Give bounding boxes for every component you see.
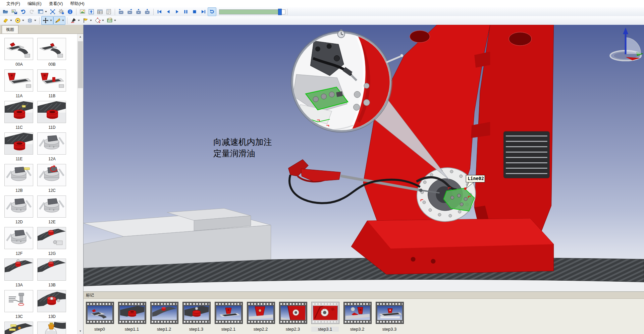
visibility-eye-button[interactable] xyxy=(13,16,25,25)
menu-item-3[interactable]: 查看(V) xyxy=(45,0,67,7)
view-item-11A[interactable]: 11A xyxy=(4,69,34,98)
view-thumbnail[interactable] xyxy=(37,322,66,334)
step-item-step3.1[interactable]: step3.1 xyxy=(311,302,343,332)
view-item-13A[interactable]: 13A xyxy=(4,259,34,287)
step-item-step3.2[interactable]: step3.2 xyxy=(343,302,376,332)
pause-button[interactable] xyxy=(181,7,190,16)
view-thumbnail[interactable] xyxy=(4,101,33,123)
step-item-step0[interactable]: step0 xyxy=(86,302,118,332)
slider-thumb[interactable] xyxy=(278,9,282,15)
flag-callout-button[interactable] xyxy=(81,16,93,25)
polyline-markup-button[interactable] xyxy=(93,16,105,25)
view-item-11E[interactable]: 11E xyxy=(4,132,34,161)
film-frame[interactable] xyxy=(279,302,307,324)
film-frame[interactable] xyxy=(215,302,243,324)
scene-image-button[interactable] xyxy=(78,7,87,16)
step-item-step2.2[interactable]: step2.2 xyxy=(247,302,279,332)
scrollbar-thumb[interactable] xyxy=(78,41,83,88)
view-thumbnail[interactable] xyxy=(4,227,33,249)
film-frame[interactable] xyxy=(86,302,114,324)
view-item-12E[interactable]: 12E xyxy=(37,196,67,224)
film-frame[interactable] xyxy=(247,302,275,324)
scene-canvas[interactable]: 向减速机内加注 定量润滑油 Line02 xyxy=(84,25,644,291)
bom-table-button[interactable] xyxy=(96,7,104,16)
step-item-step1.2[interactable]: step1.2 xyxy=(150,302,182,332)
step-item-step3.3[interactable]: step3.3 xyxy=(376,302,408,332)
view-thumbnail[interactable] xyxy=(37,227,66,249)
view-thumbnail[interactable] xyxy=(37,164,66,186)
export-image-button[interactable] xyxy=(10,7,19,16)
structure-list-button[interactable] xyxy=(104,7,113,16)
film-frame[interactable] xyxy=(343,302,372,324)
view-item-12F[interactable]: 12F xyxy=(4,227,34,256)
view-item-11C[interactable]: 11C xyxy=(4,101,34,130)
step-item-step1.3[interactable]: step1.3 xyxy=(182,302,215,332)
last-frame-button[interactable] xyxy=(199,7,208,16)
solid-display-button[interactable] xyxy=(1,16,13,25)
film-frame[interactable] xyxy=(182,302,211,324)
view-item-13B[interactable]: 13B xyxy=(37,259,67,287)
play-button[interactable] xyxy=(173,7,181,16)
sidebar-scrollbar[interactable]: ▲ ▼ xyxy=(77,34,83,334)
view-item-12G[interactable]: 12G xyxy=(37,227,67,256)
view-thumbnail[interactable] xyxy=(4,196,33,218)
dropdown-caret-icon[interactable] xyxy=(78,20,80,21)
camera-stop-button[interactable] xyxy=(134,7,143,16)
film-frame[interactable] xyxy=(311,302,339,324)
view-item-12A[interactable]: 12A xyxy=(37,132,67,161)
tab-views[interactable]: 视图 xyxy=(2,25,18,34)
view-item-12D[interactable]: 12D xyxy=(4,196,34,224)
view-thumbnail[interactable] xyxy=(4,164,33,186)
view-thumbnail[interactable] xyxy=(4,322,33,334)
move-tool-button[interactable] xyxy=(41,16,53,25)
camera-next-button[interactable] xyxy=(125,7,134,16)
view-item-12C[interactable]: 12C xyxy=(37,164,67,193)
view-item-00B[interactable]: 00B xyxy=(37,38,67,67)
view-thumbnail[interactable] xyxy=(4,38,33,60)
first-frame-button[interactable] xyxy=(155,7,164,16)
settings-gear-button[interactable] xyxy=(57,7,66,16)
dropdown-caret-icon[interactable] xyxy=(62,20,64,21)
menu-item-2[interactable]: 编辑(E) xyxy=(24,0,45,7)
about-info-button[interactable] xyxy=(66,7,74,16)
view-thumbnail[interactable] xyxy=(4,132,33,155)
view-item-00A[interactable]: 00A xyxy=(4,38,34,67)
prev-frame-button[interactable] xyxy=(164,7,173,16)
view-thumbnail[interactable] xyxy=(4,259,33,281)
dropdown-caret-icon[interactable] xyxy=(34,20,36,21)
redo-button[interactable] xyxy=(28,7,36,16)
viewport-3d[interactable]: 向减速机内加注 定量润滑油 Line02 xyxy=(84,25,644,291)
view-thumbnail[interactable] xyxy=(37,259,66,281)
camera-up-button[interactable] xyxy=(143,7,152,16)
view-thumbnail[interactable] xyxy=(4,69,33,92)
view-item-partial-18[interactable] xyxy=(4,322,34,334)
home-view-button[interactable] xyxy=(87,7,96,16)
window-layout-button[interactable] xyxy=(36,7,48,16)
film-frame[interactable] xyxy=(376,302,404,324)
view-thumbnail[interactable] xyxy=(37,290,66,312)
scroll-down-icon[interactable]: ▼ xyxy=(77,328,83,334)
menu-item-4[interactable]: 帮助(H) xyxy=(66,0,88,7)
fit-view-button[interactable] xyxy=(48,7,57,16)
scroll-up-icon[interactable]: ▲ xyxy=(77,34,83,40)
dropdown-caret-icon[interactable] xyxy=(102,20,104,21)
stop-button[interactable] xyxy=(190,7,199,16)
view-item-12B[interactable]: 12B xyxy=(4,164,34,193)
view-thumbnail[interactable] xyxy=(37,38,66,60)
camera-prev-button[interactable] xyxy=(117,7,125,16)
dropdown-caret-icon[interactable] xyxy=(114,20,116,21)
view-thumbnail[interactable] xyxy=(37,132,66,155)
dropdown-caret-icon[interactable] xyxy=(45,11,47,12)
undo-button[interactable] xyxy=(19,7,28,16)
dropdown-caret-icon[interactable] xyxy=(50,20,52,21)
view-thumbnail[interactable] xyxy=(37,69,66,92)
view-item-13C[interactable]: 13C xyxy=(4,290,34,319)
image-markup-button[interactable] xyxy=(105,16,117,25)
animation-progress-slider[interactable] xyxy=(219,9,285,14)
film-frame[interactable] xyxy=(118,302,146,324)
view-item-13D[interactable]: 13D xyxy=(37,290,67,319)
step-item-step2.1[interactable]: step2.1 xyxy=(215,302,247,332)
film-frame[interactable] xyxy=(150,302,178,324)
ink-pen-button[interactable] xyxy=(69,16,81,25)
loop-button[interactable] xyxy=(208,7,216,16)
